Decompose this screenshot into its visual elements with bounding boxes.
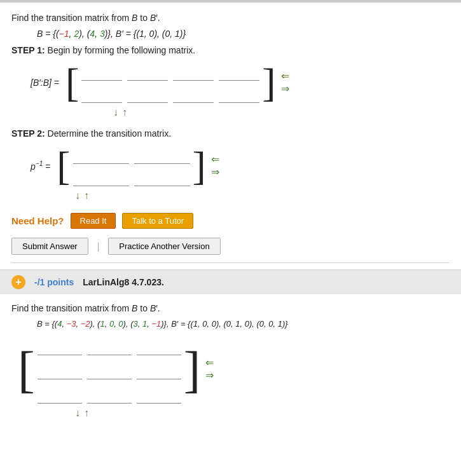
matrix1-r1c4[interactable] bbox=[219, 62, 259, 81]
matrix1-label: [B′:B] = bbox=[31, 78, 59, 88]
matrix1-r1c3[interactable] bbox=[173, 62, 214, 81]
matrix1-arrow-right[interactable]: ⇒ bbox=[281, 84, 289, 94]
problem1-equation: B = {(−1, 2), (4, 3)}, B′ = {(1, 0), (0,… bbox=[37, 29, 450, 39]
matrix3-r1c3[interactable] bbox=[137, 335, 181, 355]
bracket-right-1: ] bbox=[262, 62, 275, 103]
problem1-section: Find the transition matrix from B to B′.… bbox=[0, 3, 461, 269]
matrix3-r3c3[interactable] bbox=[137, 383, 181, 404]
step1-row: STEP 1: Begin by forming the following m… bbox=[11, 45, 450, 55]
matrix3-arrows: ⇐ ⇒ bbox=[205, 358, 214, 381]
matrix2-arrows: ⇐ ⇒ bbox=[211, 154, 219, 177]
matrix3-r2c1[interactable] bbox=[38, 359, 82, 379]
need-help-label: Need Help? bbox=[11, 215, 64, 226]
bracket-left-1: [ bbox=[65, 62, 79, 103]
step2-desc: Determine the transition matrix. bbox=[48, 128, 172, 139]
matrix2-arrow-up[interactable]: ⇐ bbox=[211, 154, 219, 165]
problem2-section: Find the transition matrix from B to B′.… bbox=[0, 294, 461, 425]
step2-row: STEP 2: Determine the transition matrix. bbox=[11, 128, 450, 139]
plus-button[interactable]: + bbox=[11, 275, 25, 289]
matrix3-r2c3[interactable] bbox=[137, 359, 181, 379]
matrix1-r2c3[interactable] bbox=[173, 84, 214, 103]
submit-row: Submit Answer | Practice Another Version bbox=[11, 238, 450, 263]
matrix2-up-arrow[interactable]: ↑ bbox=[84, 190, 89, 201]
matrix3-arrow-right[interactable]: ⇒ bbox=[205, 371, 214, 381]
matrix1-updown: ↓ ↑ bbox=[113, 107, 450, 118]
matrix1-up-arrow[interactable]: ↑ bbox=[122, 107, 127, 118]
matrix3-r1c1[interactable] bbox=[38, 335, 82, 355]
matrix1-grid bbox=[81, 62, 259, 103]
bracket-left-3: [ bbox=[18, 344, 35, 395]
problem1-instruction: Find the transition matrix from B to B′. bbox=[11, 11, 450, 25]
matrix3-down-arrow[interactable]: ↓ bbox=[75, 407, 80, 419]
matrix2-label: p−1 = bbox=[31, 160, 50, 172]
problem2-equation: B = {(4, −3, −2), (1, 0, 0), (3, 1, −1)}… bbox=[37, 319, 450, 329]
matrix2-r1c2[interactable] bbox=[134, 145, 190, 164]
matrix2-r2c1[interactable] bbox=[73, 167, 129, 186]
matrix1-arrows: ⇐ ⇒ bbox=[281, 71, 289, 94]
practice-another-version-button[interactable]: Practice Another Version bbox=[108, 238, 220, 255]
matrix1-down-arrow[interactable]: ↓ bbox=[113, 107, 118, 118]
matrix1-r1c1[interactable] bbox=[81, 62, 122, 81]
step1-label: STEP 1: bbox=[11, 45, 45, 55]
matrix3-arrow-left[interactable]: ⇐ bbox=[205, 358, 214, 368]
matrix2-down-arrow[interactable]: ↓ bbox=[75, 190, 80, 201]
matrix3-updown: ↓ ↑ bbox=[75, 407, 450, 419]
matrix3-r2c2[interactable] bbox=[87, 359, 132, 379]
matrix3-up-arrow[interactable]: ↑ bbox=[84, 407, 89, 419]
problem2-header: + -/1 points LarLinAlg8 4.7.023. bbox=[0, 269, 461, 294]
step2-label: STEP 2: bbox=[11, 128, 45, 139]
matrix2-updown: ↓ ↑ bbox=[75, 190, 450, 201]
need-help-row: Need Help? Read It Talk to a Tutor bbox=[11, 213, 450, 229]
matrix2-arrow-right[interactable]: ⇒ bbox=[211, 167, 219, 177]
matrix2-section: p−1 = [ ] ⇐ ⇒ bbox=[31, 145, 450, 186]
matrix2-grid bbox=[73, 145, 190, 186]
matrix1-r2c4[interactable] bbox=[219, 84, 259, 103]
matrix3-r3c1[interactable] bbox=[38, 383, 82, 404]
matrix2-r1c1[interactable] bbox=[73, 145, 129, 164]
matrix3-grid bbox=[38, 335, 181, 404]
bracket-left-2: [ bbox=[57, 146, 70, 186]
problem-id: LarLinAlg8 4.7.023. bbox=[83, 277, 164, 287]
submit-answer-button[interactable]: Submit Answer bbox=[11, 238, 88, 255]
problem2-instruction: Find the transition matrix from B to B′. bbox=[11, 302, 450, 315]
matrix3-r3c2[interactable] bbox=[87, 383, 132, 404]
talk-to-tutor-button[interactable]: Talk to a Tutor bbox=[122, 213, 193, 229]
bracket-right-2: ] bbox=[193, 146, 206, 186]
matrix3-section: [ ] ⇐ ⇒ bbox=[18, 335, 450, 404]
matrix3-r1c2[interactable] bbox=[87, 335, 132, 355]
points-label: -/1 points bbox=[34, 277, 74, 287]
read-it-button[interactable]: Read It bbox=[71, 213, 116, 229]
matrix1-section: [B′:B] = [ ] ⇐ ⇒ bbox=[31, 62, 450, 103]
step1-desc: Begin by forming the following matrix. bbox=[48, 45, 196, 55]
matrix1-r2c2[interactable] bbox=[127, 84, 168, 103]
matrix1-r2c1[interactable] bbox=[81, 84, 122, 103]
matrix1-arrow-up[interactable]: ⇐ bbox=[281, 71, 289, 81]
matrix1-r1c2[interactable] bbox=[127, 62, 168, 81]
bracket-right-3: ] bbox=[184, 344, 201, 395]
matrix2-r2c2[interactable] bbox=[134, 167, 190, 186]
